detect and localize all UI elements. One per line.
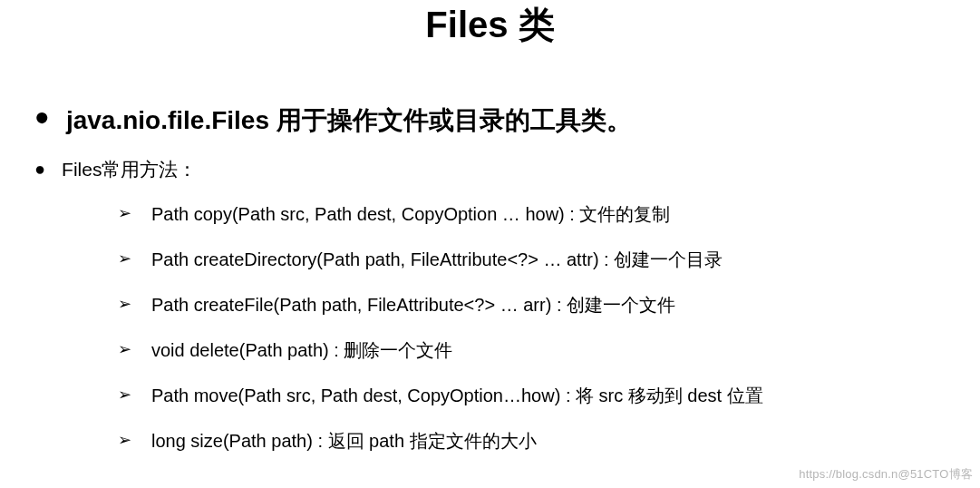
method-text: Path createDirectory(Path path, FileAttr… — [151, 248, 723, 271]
list-item: ➢ Path copy(Path src, Path dest, CopyOpt… — [118, 202, 980, 226]
list-item: ➢ long size(Path path) : 返回 path 指定文件的大小 — [118, 429, 980, 453]
watermark-text: https://blog.csdn.n@51CTO博客 — [799, 466, 973, 483]
arrow-icon: ➢ — [118, 248, 131, 270]
bullet-dot-icon: ● — [34, 104, 50, 130]
list-item: ➢ Path move(Path src, Path dest, CopyOpt… — [118, 384, 980, 407]
bullet-dot-icon: ● — [34, 157, 45, 181]
arrow-icon: ➢ — [118, 384, 131, 406]
bullet-text: Files常用方法： — [62, 157, 197, 181]
list-item: ➢ Path createFile(Path path, FileAttribu… — [118, 293, 980, 317]
content-area: ● java.nio.file.Files 用于操作文件或目录的工具类。 ● F… — [0, 104, 980, 453]
bullet-text: java.nio.file.Files 用于操作文件或目录的工具类。 — [66, 104, 632, 137]
method-text: Path move(Path src, Path dest, CopyOptio… — [151, 384, 763, 407]
arrow-icon: ➢ — [118, 338, 131, 361]
arrow-icon: ➢ — [118, 429, 131, 452]
method-text: Path copy(Path src, Path dest, CopyOptio… — [151, 202, 670, 226]
page-title: Files 类 — [0, 0, 980, 50]
list-item: ➢ Path createDirectory(Path path, FileAt… — [118, 248, 980, 271]
method-list: ➢ Path copy(Path src, Path dest, CopyOpt… — [34, 202, 980, 453]
class-desc: 用于操作文件或目录的工具类。 — [269, 106, 632, 134]
class-name: java.nio.file.Files — [66, 106, 269, 134]
arrow-icon: ➢ — [118, 293, 131, 316]
bullet-item: ● Files常用方法： — [34, 157, 980, 181]
method-text: void delete(Path path) : 删除一个文件 — [151, 338, 452, 362]
bullet-item: ● java.nio.file.Files 用于操作文件或目录的工具类。 — [34, 104, 980, 137]
arrow-icon: ➢ — [118, 202, 131, 225]
method-text: Path createFile(Path path, FileAttribute… — [151, 293, 675, 317]
list-item: ➢ void delete(Path path) : 删除一个文件 — [118, 338, 980, 362]
method-text: long size(Path path) : 返回 path 指定文件的大小 — [151, 429, 537, 453]
